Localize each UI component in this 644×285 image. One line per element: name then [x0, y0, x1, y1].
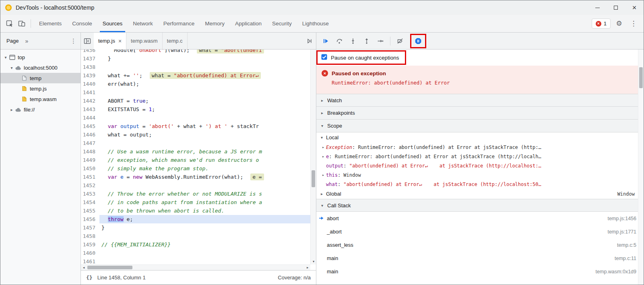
scrollbar-thumb[interactable] [87, 266, 132, 269]
disclosure-triangle-icon[interactable]: ▸ [320, 192, 324, 196]
code-line-content[interactable] [99, 63, 310, 71]
deactivate-breakpoints-icon[interactable] [394, 35, 406, 47]
tab-elements[interactable]: Elements [34, 15, 67, 32]
code-line-content[interactable] [99, 257, 310, 264]
code-line-content[interactable]: // {{MEM_INITIALIZER}} [99, 240, 310, 249]
code-line-content[interactable] [99, 88, 310, 97]
scope-group-local[interactable]: ▾Local [316, 132, 644, 142]
scope-group-global[interactable]: ▸GlobalWindow [316, 189, 644, 199]
scrollbar-thumb[interactable] [312, 170, 315, 187]
pause-on-caught-checkbox[interactable] [321, 54, 327, 62]
disclosure-triangle-icon[interactable]: ▸ [9, 107, 14, 112]
line-number[interactable]: 1451 [81, 173, 99, 181]
line-number[interactable]: 1439 [81, 71, 99, 80]
step-out-icon[interactable] [361, 35, 373, 47]
disclosure-triangle-icon[interactable]: ▸ [320, 154, 326, 159]
tab-performance[interactable]: Performance [158, 15, 200, 32]
settings-gear-icon[interactable]: ⚙ [613, 19, 625, 28]
scope-variable-output[interactable]: output: "abort(undefined) at Error↵ at j… [316, 161, 644, 170]
more-options-icon[interactable]: ⋮ [627, 19, 640, 28]
line-number[interactable]: 1453 [81, 190, 99, 198]
tab-application[interactable]: Application [230, 15, 267, 32]
call-stack-frame-main[interactable]: maintemp.wasm:0x1d9 [316, 265, 644, 278]
line-number[interactable]: 1459 [81, 240, 99, 249]
code-line-content[interactable] [99, 249, 310, 257]
line-number[interactable]: 1446 [81, 130, 99, 139]
call-stack-frame-_abort[interactable]: _aborttemp.js:1771 [316, 225, 644, 238]
step-over-icon[interactable] [333, 35, 345, 47]
tree-item-temp.wasm[interactable]: temp.wasm [0, 94, 80, 104]
editor-tab-temp-c[interactable]: temp.c [163, 33, 188, 49]
tab-page[interactable]: Page [6, 38, 19, 44]
disclosure-triangle-icon[interactable]: ▾ [320, 135, 324, 140]
scroll-right-arrow-icon[interactable]: ▶ [305, 265, 310, 270]
line-number[interactable]: 1458 [81, 232, 99, 240]
code-line-content[interactable]: err(what); [99, 80, 310, 88]
scroll-down-arrow-icon[interactable]: ▼ [311, 259, 316, 264]
inspect-element-button[interactable] [4, 15, 16, 32]
editor-vertical-scrollbar[interactable]: ▼ [310, 50, 316, 264]
line-number[interactable]: 1444 [81, 114, 99, 122]
code-line-content[interactable]: // to be thrown when abort is called. [99, 207, 310, 215]
line-number[interactable]: 1450 [81, 164, 99, 173]
navigator-menu-icon[interactable]: ⋮ [70, 37, 76, 45]
tab-memory[interactable]: Memory [200, 15, 230, 32]
minimize-button[interactable] [588, 0, 607, 15]
editor-tab-temp-js[interactable]: temp.js× [94, 33, 126, 49]
line-number[interactable]: 1460 [81, 249, 99, 257]
scroll-left-arrow-icon[interactable]: ◀ [81, 265, 87, 270]
error-count-badge[interactable]: × 1 [592, 19, 611, 29]
line-number[interactable]: 1438 [81, 63, 99, 71]
step-into-icon[interactable] [347, 35, 359, 47]
section-scope[interactable]: ▾ Scope [316, 120, 644, 132]
tab-lighthouse[interactable]: Lighthouse [297, 15, 334, 32]
debugger-vertical-scrollbar[interactable] [638, 50, 644, 285]
scope-variable-exception[interactable]: ▸Exception: RuntimeError: abort(undefine… [316, 142, 644, 152]
open-file-icon[interactable] [303, 33, 316, 49]
section-call-stack[interactable]: ▾ Call Stack [316, 199, 644, 212]
line-number[interactable]: 1441 [81, 88, 99, 97]
line-number[interactable]: 1447 [81, 139, 99, 147]
line-number[interactable]: 1455 [81, 207, 99, 215]
code-line-content[interactable] [99, 232, 310, 240]
disclosure-triangle-icon[interactable]: ▸ [320, 145, 326, 149]
scope-variable-this[interactable]: ▸this: Window [316, 170, 644, 180]
line-number[interactable]: 1442 [81, 97, 99, 105]
tree-item-top[interactable]: ▾top [0, 52, 80, 62]
pretty-print-icon[interactable]: {} [86, 275, 93, 281]
code-line-content[interactable] [99, 181, 310, 190]
scope-variable-what[interactable]: what: "abort(undefined) at Error↵ at jsS… [316, 180, 644, 189]
code-line-content[interactable]: EXITSTATUS = 1; [99, 105, 310, 114]
scope-variable-e[interactable]: ▸e: RuntimeError: abort(undefined) at Er… [316, 152, 644, 161]
more-tabs-chevron-icon[interactable]: » [25, 38, 28, 44]
code-line-content[interactable] [99, 139, 310, 147]
code-line-content[interactable]: var e = new WebAssembly.RuntimeError(wha… [99, 173, 310, 181]
line-number[interactable]: 1454 [81, 198, 99, 207]
line-number[interactable]: 1440 [81, 80, 99, 88]
close-tab-icon[interactable]: × [118, 38, 122, 44]
line-number[interactable]: 1457 [81, 223, 99, 232]
section-watch[interactable]: ▸ Watch [316, 94, 644, 107]
call-stack-frame-main[interactable]: maintemp.c:11 [316, 252, 644, 265]
close-button[interactable]: × [625, 0, 644, 15]
line-number[interactable]: 1449 [81, 156, 99, 164]
editor-tab-temp-wasm[interactable]: temp.wasm [126, 33, 162, 49]
code-line-content[interactable]: // simply make the program stop. [99, 164, 310, 173]
code-editor[interactable]: 1436 Module['onAbort'](what);what = "abo… [81, 50, 316, 270]
step-icon[interactable] [374, 35, 386, 47]
code-line-content[interactable]: ABORT = true; [99, 97, 310, 105]
section-breakpoints[interactable]: ▸ Breakpoints [316, 107, 644, 120]
code-line-content[interactable]: what = output; [99, 130, 310, 139]
line-number[interactable]: 1448 [81, 147, 99, 156]
disclosure-triangle-icon[interactable]: ▾ [3, 55, 8, 60]
tree-item-temp[interactable]: temp [0, 73, 80, 83]
tab-security[interactable]: Security [267, 15, 297, 32]
code-line-content[interactable]: // in code paths apart from instantiatio… [99, 198, 310, 207]
code-line-content[interactable]: } [99, 54, 310, 63]
resume-script-icon[interactable] [320, 35, 332, 47]
line-number[interactable]: 1445 [81, 122, 99, 130]
code-line-content[interactable]: } [99, 223, 310, 232]
tree-item-localhost-5000[interactable]: ▾localhost:5000 [0, 62, 80, 73]
code-line-content[interactable]: var output = 'abort(' + what + ') at ' +… [99, 122, 310, 130]
scrollbar-thumb[interactable] [639, 67, 643, 88]
